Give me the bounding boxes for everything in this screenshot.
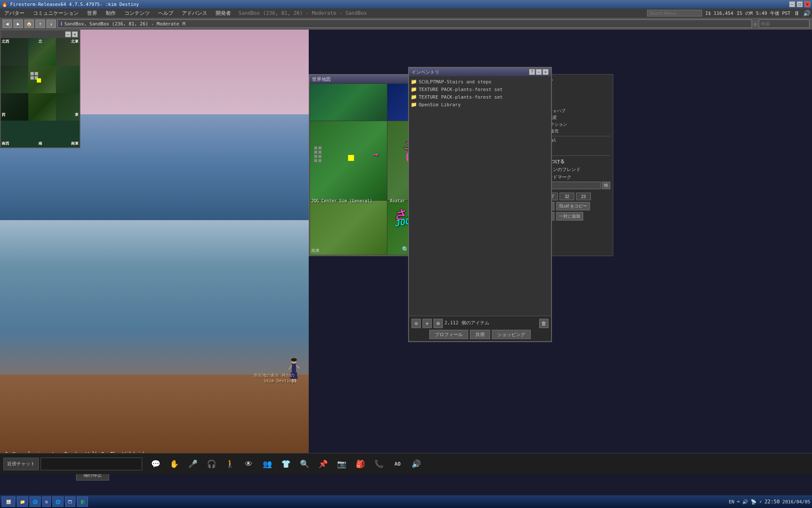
taskbar-terminal[interactable]: 🗔 <box>65 497 75 507</box>
toolbar-gesture-btn[interactable]: ✋ <box>166 456 183 472</box>
inv-minimize-btn[interactable]: — <box>536 69 542 75</box>
taskbar-volume-icon: 🔊 <box>742 499 748 505</box>
taskbar-power-icon: ⚡ <box>759 499 762 505</box>
minimap-close[interactable]: ✕ <box>72 31 78 37</box>
wm-region-topleft <box>310 83 388 121</box>
toolbar-search-btn[interactable]: 🔍 <box>296 456 313 472</box>
find-search-button[interactable]: 検 <box>602 182 610 189</box>
pause-icon[interactable]: ⏸ <box>794 10 800 17</box>
toolbar-mic-btn[interactable]: 🎤 <box>184 456 201 472</box>
toolbar-volume-btn[interactable]: 🔊 <box>408 456 425 472</box>
add-landmark-button[interactable]: 一対に追加 <box>556 212 583 221</box>
inv-close-btn[interactable]: ✕ <box>543 69 549 75</box>
inv-folder-texture1[interactable]: 📁 TEXTURE PACK-plants-forest set <box>411 86 549 93</box>
copy-slurl-button[interactable]: SLurl をコピー <box>556 202 590 210</box>
chat-input[interactable] <box>41 458 142 470</box>
world-map-title: 世界地図 <box>312 76 331 83</box>
taskbar-lang: EN <box>729 499 734 505</box>
menu-developer[interactable]: 開発者 <box>213 9 233 18</box>
maximize-button[interactable]: □ <box>797 1 803 7</box>
back-button[interactable]: ◀ <box>3 19 12 28</box>
down-button[interactable]: ↓ <box>47 19 56 28</box>
toolbar-speech-btn[interactable]: 💬 <box>147 456 164 472</box>
inv-grid-button[interactable]: ⊞ <box>433 319 443 328</box>
chat-tab[interactable]: 近傍チャット <box>3 458 39 470</box>
svg-line-7 <box>296 365 299 368</box>
minimap-minimize[interactable]: — <box>65 31 71 37</box>
menu-communication[interactable]: コミュニケーション <box>30 9 81 18</box>
inv-folder-opensim[interactable]: 📁 OpenSim Library <box>411 101 549 108</box>
nav-bar: ◀ ▶ 🏠 ↑ ↓ ℹ SandBox, SandBox (236, 81, 2… <box>0 18 812 30</box>
taskbar-ie[interactable]: 🌐 <box>30 497 41 507</box>
nav-search-input[interactable] <box>759 19 809 28</box>
chat-tab-label: 近傍チャット <box>7 461 35 467</box>
coord-y-input[interactable] <box>560 193 574 200</box>
coord-z-input[interactable] <box>576 193 591 200</box>
inventory-header: インベントリ ? — ✕ <box>409 68 551 76</box>
toolbar-headphones-btn[interactable]: 🎧 <box>203 456 220 472</box>
minimap-header: — ✕ <box>1 30 80 38</box>
minimap-southeast-label: 南東 <box>71 141 79 146</box>
inv-folder-texture2[interactable]: 📁 TEXTURE PACK-plants-forest set <box>411 93 549 101</box>
search-menus-input[interactable] <box>647 10 702 17</box>
inv-trash-button[interactable]: 🗑 <box>539 319 549 328</box>
toolbar-walk-btn[interactable]: 🚶 <box>222 456 239 472</box>
taskbar-browser[interactable]: 🌐 <box>52 497 63 507</box>
inv-folder-label-opensim: OpenSim Library <box>419 102 461 108</box>
minimap-player-marker <box>37 78 41 83</box>
menu-content[interactable]: コンテンツ <box>122 9 152 18</box>
minimap-east-label: 東 <box>75 112 79 118</box>
minimap-tile-s <box>28 93 56 121</box>
toolbar-bag-btn[interactable]: 🎒 <box>352 456 369 472</box>
wm-region-botleft <box>310 200 388 255</box>
taskbar-dragon[interactable]: 🐉 <box>77 497 88 507</box>
taskbar-date: 2016/04/05 <box>782 499 810 505</box>
toolbar-clothes-btn[interactable]: 👕 <box>277 456 294 472</box>
taskbar-network-icon: 📡 <box>751 499 757 505</box>
home-button[interactable]: 🏠 <box>25 19 34 28</box>
menu-world[interactable]: 世界 <box>85 9 100 18</box>
start-button[interactable]: 🪟 <box>2 497 15 507</box>
inv-shopping-button[interactable]: ショッピング <box>492 330 531 339</box>
toolbar-eye-btn[interactable]: 👁 <box>240 456 257 472</box>
menu-create[interactable]: 制作 <box>103 9 118 18</box>
taskbar-explorer[interactable]: 📁 <box>17 497 28 507</box>
time-display: 5:49 午後 PST <box>756 10 790 17</box>
inv-folder-label-texture1: TEXTURE PACK-plants-forest set <box>419 87 503 92</box>
money-display: I$ 116,454 <box>705 11 733 16</box>
forward-button[interactable]: ▶ <box>14 19 23 28</box>
toolbar-ao-btn[interactable]: AO <box>389 456 406 472</box>
inv-folder-sculptmap[interactable]: 📁 SCULPTMAP-Stairs and steps <box>411 78 549 86</box>
toolbar-camera-btn[interactable]: 📷 <box>333 456 350 472</box>
menu-advanced[interactable]: アドバンス <box>179 9 210 18</box>
toolbar-map-btn[interactable]: 📌 <box>315 456 332 472</box>
yellow-square-marker <box>348 155 354 161</box>
inv-gear-button[interactable]: ⚙ <box>411 319 421 328</box>
inv-share-button[interactable]: 共用 <box>470 330 490 339</box>
pink-arrow-annotation: → <box>373 149 378 159</box>
volume-icon[interactable]: 🔊 <box>803 10 810 17</box>
taskbar-right: EN ⌨ 🔊 📡 ⚡ 22:50 2016/04/05 <box>729 499 810 505</box>
folder-icon-texture2: 📁 <box>411 94 417 100</box>
close-button[interactable]: ✕ <box>804 1 810 7</box>
toolbar-icons: 💬 ✋ 🎤 🎧 🚶 👁 👥 👕 🔍 📌 📷 🎒 📞 AO 🔊 <box>147 456 425 472</box>
wm-grid-icon2 <box>314 155 322 163</box>
taskbar-metro[interactable]: ⊞ <box>42 497 51 507</box>
inventory-title: インベントリ <box>411 69 439 75</box>
location-text: SandBox, SandBox (236, 81, 26) - Moderat… <box>64 21 179 27</box>
inv-help-btn[interactable]: ? <box>529 69 535 75</box>
toolbar-phone-btn[interactable]: 📞 <box>370 456 387 472</box>
inv-add-button[interactable]: + <box>422 319 432 328</box>
up-button[interactable]: ↑ <box>36 19 45 28</box>
minimize-button[interactable]: — <box>789 1 795 7</box>
inv-profile-button[interactable]: プロフィール <box>429 330 468 339</box>
bookmark-button[interactable]: ☆ <box>754 20 757 27</box>
taskbar-keyboard-icon: ⌨ <box>737 499 740 505</box>
menu-avatar[interactable]: アバター <box>2 9 27 18</box>
app-icon: 🔥 <box>2 2 8 7</box>
title-bar-left: 🔥 Firestorm-Releasex64 4.7.5.47975- :kim… <box>2 2 139 7</box>
minimap-panel: — ✕ 北 北西 北東 西 東 南西 南 南東 <box>0 30 80 148</box>
inventory-content: 📁 SCULPTMAP-Stairs and steps 📁 TEXTURE P… <box>409 76 551 307</box>
menu-help[interactable]: ヘルプ <box>156 9 176 18</box>
toolbar-people-btn[interactable]: 👥 <box>259 456 276 472</box>
